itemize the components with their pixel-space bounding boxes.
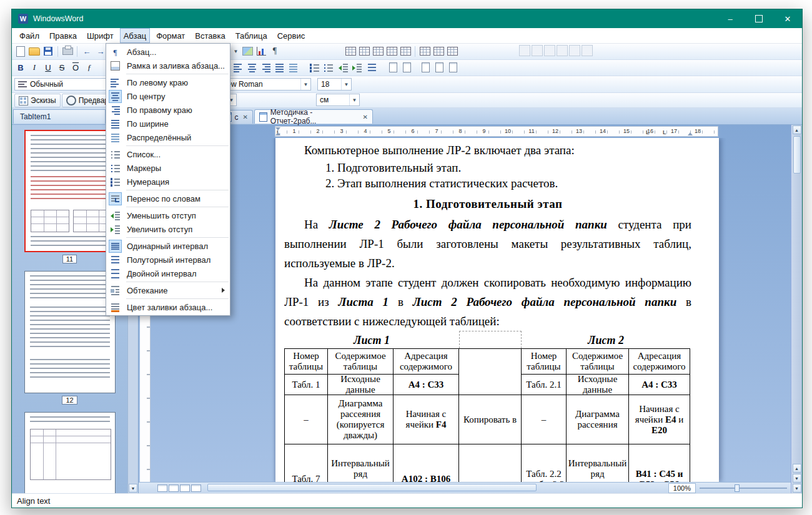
minimize-button[interactable]: – [716,9,745,28]
menu-item-double-spacing[interactable]: Двойной интервал [106,267,230,280]
new-document-button[interactable] [14,45,27,57]
menu-file[interactable]: Файл [16,28,43,43]
menu-item-paragraph[interactable]: Абзац... [106,45,230,59]
right-indent-marker[interactable] [688,132,693,135]
menu-format[interactable]: Формат [152,28,189,43]
insert-chart-button[interactable] [255,45,267,57]
menu-item-bullets[interactable]: Маркеры [106,161,230,175]
two-pages-button[interactable] [400,61,413,74]
zoom-slider-thumb[interactable] [735,484,740,492]
vertical-scrollbar-thumb[interactable] [793,136,801,174]
web-view-button[interactable] [169,484,179,492]
print-button[interactable] [61,45,74,57]
menu-item-word-wrap[interactable]: Перенос по словам [106,192,230,205]
document-tab-2[interactable]: Методичка - Отчет-2раб... ✕ [254,109,373,124]
close-tab-icon[interactable]: ✕ [363,114,368,120]
page-setup-button[interactable] [419,61,432,74]
close-tab-icon[interactable]: ✕ [243,114,248,120]
bullets-button[interactable] [322,61,334,74]
menu-item-list[interactable]: Список... [106,147,230,161]
zoom-slider[interactable] [700,484,787,493]
menu-item-border-shading[interactable]: Рамка и заливка абзаца... [106,59,230,72]
outline-view-button[interactable] [191,484,201,492]
dropdown-arrow-button[interactable]: ▼ [232,45,240,57]
menu-paragraph[interactable]: Абзац [120,28,150,43]
add-row-button[interactable] [358,45,370,57]
insert-table-button[interactable] [344,45,357,57]
table-borders-button[interactable] [446,45,458,57]
menu-item-numbering[interactable]: Нумерация [106,175,230,189]
italic-button[interactable]: I [28,61,41,74]
page-thumbnail-12[interactable] [24,271,116,393]
menu-item-single-spacing[interactable]: Одинарный интервал [106,239,230,253]
style-combo[interactable]: Обычный [14,78,108,91]
menu-font[interactable]: Шрифт [83,28,117,43]
left-indent-marker[interactable] [275,132,280,135]
page-color-button[interactable] [433,61,445,74]
menu-item-align-left[interactable]: По левому краю [106,76,230,89]
justify-button[interactable] [273,61,285,74]
align-center-button[interactable] [245,61,258,74]
merge-cells-button[interactable] [418,45,431,57]
thumbnails-button[interactable]: Эскизы [14,94,61,107]
formatting-marks-button[interactable]: ¶ [269,45,281,57]
first-line-indent-marker[interactable] [275,127,280,130]
menu-table[interactable]: Таблица [232,28,271,43]
unit-combo[interactable]: см ▼ [316,94,360,106]
horizontal-scrollbar-thumb[interactable] [207,484,537,491]
horizontal-ruler[interactable]: L L L 123456789101112131415161718 [275,126,718,137]
menu-item-increase-indent[interactable]: Увеличить отступ [106,222,230,236]
menu-service[interactable]: Сервис [274,28,309,43]
overline-button[interactable]: О [69,61,82,74]
delete-row-button[interactable] [385,45,398,57]
panel-scroll-down-button[interactable]: ▼ [129,484,137,493]
formula-button[interactable]: ƒ [83,61,96,74]
underline-button[interactable]: U [42,61,54,74]
save-button[interactable] [42,45,54,57]
decrease-indent-button[interactable] [337,61,349,74]
horizontal-scrollbar[interactable] [206,483,663,493]
font-size-combo[interactable]: 18 ▼ [317,78,352,91]
menu-item-one-half-spacing[interactable]: Полуторный интервал [106,253,230,267]
align-left-button[interactable] [232,61,244,74]
split-cells-button[interactable] [432,45,445,57]
page-thumbnail-11[interactable] [24,130,116,252]
close-button[interactable]: ✕ [773,9,802,28]
strikethrough-button[interactable]: S [56,61,68,74]
page-button[interactable] [387,61,399,74]
next-page-button[interactable]: ▼ [793,474,801,483]
normal-view-button[interactable] [157,484,167,492]
maximize-button[interactable] [745,9,773,28]
menu-edit[interactable]: Правка [46,28,81,43]
undo-button[interactable]: ← [81,45,93,57]
delete-column-button[interactable] [399,45,412,57]
open-button[interactable] [28,45,41,57]
add-column-button[interactable] [372,45,384,57]
numbering-button[interactable] [308,61,320,74]
redo-button[interactable]: → [94,45,107,57]
vertical-scrollbar[interactable]: ▲ ▲ ▼ ▼ [791,125,802,493]
previous-page-button[interactable]: ▲ [793,464,801,473]
document-page[interactable]: Компьютерное выполнение ЛР-2 включает дв… [275,138,719,482]
menu-insert[interactable]: Вставка [191,28,229,43]
menu-item-decrease-indent[interactable]: Уменьшить отступ [106,208,230,222]
menu-item-fill-color[interactable]: Цвет заливки абзаца... [106,300,230,314]
menu-item-distributed[interactable]: Распределённый [106,130,230,144]
menu-item-align-center[interactable]: По центру [106,89,230,103]
scroll-up-button[interactable]: ▲ [793,125,801,134]
page-layout-view-button[interactable] [180,484,190,492]
increase-indent-button[interactable] [350,61,363,74]
scroll-down-button[interactable]: ▼ [793,484,801,493]
menu-item-text-wrap[interactable]: Обтекание [106,283,230,297]
align-right-button[interactable] [259,61,272,74]
page-delete-button[interactable] [447,61,459,74]
bold-button[interactable]: В [14,61,27,74]
page-thumbnail-13[interactable] [24,412,116,493]
insert-image-button[interactable] [241,45,254,57]
zoom-level[interactable]: 100% [668,483,696,493]
menu-item-align-right[interactable]: По правому краю [106,103,230,117]
panel-tab-tabitem1[interactable]: TabItem1 [13,109,106,124]
distributed-button[interactable] [287,61,299,74]
line-spacing-button[interactable] [365,61,378,74]
menu-item-justify[interactable]: По ширине [106,117,230,130]
